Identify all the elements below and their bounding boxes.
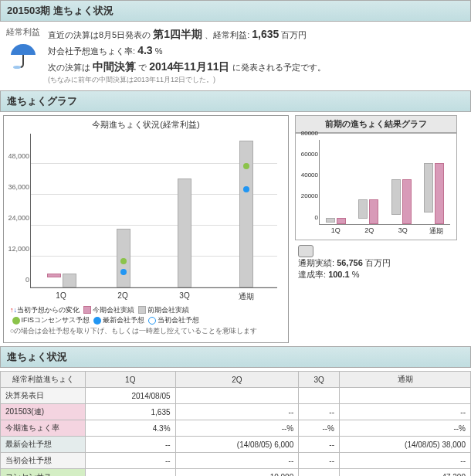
side-chart: 前期の進ちょく結果グラフ 020000400006000080000 1Q2Q3… bbox=[295, 115, 457, 344]
t: 56,756 bbox=[337, 258, 363, 267]
svg-point-1 bbox=[13, 66, 21, 69]
t: 4.3 bbox=[137, 44, 152, 56]
t: 前期会社実績 bbox=[147, 306, 189, 314]
side-chart-title: 前期の進ちょく結果グラフ bbox=[295, 115, 457, 133]
t: 2014年11月11日 bbox=[149, 60, 229, 73]
t: 第1四半期 bbox=[153, 28, 202, 40]
t: 通期実績: bbox=[298, 258, 334, 267]
main-chart: 今期進ちょく状況(経常利益) 012,00024,00036,00048,000… bbox=[3, 115, 289, 344]
t: 百万円 bbox=[281, 30, 307, 39]
mini-x-labels: 1Q2Q3Q通期 bbox=[319, 226, 453, 236]
t: 当初会社予想 bbox=[158, 316, 199, 324]
t: % bbox=[352, 270, 360, 279]
graph-header: 進ちょくグラフ bbox=[0, 90, 471, 112]
t: 対会社予想進ちょく率: bbox=[48, 46, 137, 56]
t: 、経常利益: bbox=[205, 30, 252, 39]
profit-icon-box: 経常利益 bbox=[5, 26, 42, 86]
umbrella-icon bbox=[8, 39, 39, 70]
t: ○の場合は会社予想を取り下げ、もしくは一時差し控えていることを意味します bbox=[10, 327, 257, 335]
intro-block: 経常利益 直近の決算は8月5日発表の 第1四半期 、経常利益: 1,635 百万… bbox=[0, 22, 471, 90]
t: 1,635 bbox=[252, 28, 279, 40]
main-chart-title: 今期進ちょく状況(経常利益) bbox=[7, 119, 285, 131]
period-header: 201503期 進ちょく状況 bbox=[0, 0, 471, 22]
mini-chart-area: 020000400006000080000 bbox=[319, 140, 450, 225]
t: で bbox=[138, 63, 147, 72]
main-x-labels: 1Q2Q3Q通期 bbox=[30, 291, 277, 302]
t: IFISコンセンサス予想 bbox=[22, 316, 90, 324]
t: 直近の決算は8月5日発表の bbox=[48, 30, 151, 39]
progress-table-1: 経常利益進ちょく1Q2Q3Q通期 決算発表日2014/08/05201503(連… bbox=[0, 371, 471, 476]
t: 達成率: bbox=[298, 270, 326, 279]
t: 中間決算 bbox=[93, 60, 136, 73]
t: に発表される予定です。 bbox=[232, 63, 326, 72]
intro-text: 直近の決算は8月5日発表の 第1四半期 、経常利益: 1,635 百万円 対会社… bbox=[48, 26, 466, 86]
t: 今期会社実績 bbox=[93, 306, 134, 314]
t: 最新会社予想 bbox=[103, 316, 144, 324]
camera-icon[interactable] bbox=[298, 245, 313, 257]
main-chart-area: 012,00024,00036,00048,000 bbox=[30, 134, 277, 288]
t: 次の決算は bbox=[48, 63, 90, 72]
main-legend: ↑↓↑↓当初予想からの変化当初予想からの変化 今期会社実績 前期会社実績 IFI… bbox=[7, 302, 285, 340]
t: 100.1 bbox=[328, 270, 350, 279]
table-header: 進ちょく状況 bbox=[0, 346, 471, 368]
icon-label: 経常利益 bbox=[5, 26, 42, 38]
t: % bbox=[155, 46, 163, 56]
t: 百万円 bbox=[365, 258, 391, 267]
t: (ちなみに前年の中間決算は2013年11月12日でした。) bbox=[48, 75, 466, 86]
side-result: 通期実績: 56,756 百万円 達成率: 100.1 % bbox=[295, 245, 457, 280]
